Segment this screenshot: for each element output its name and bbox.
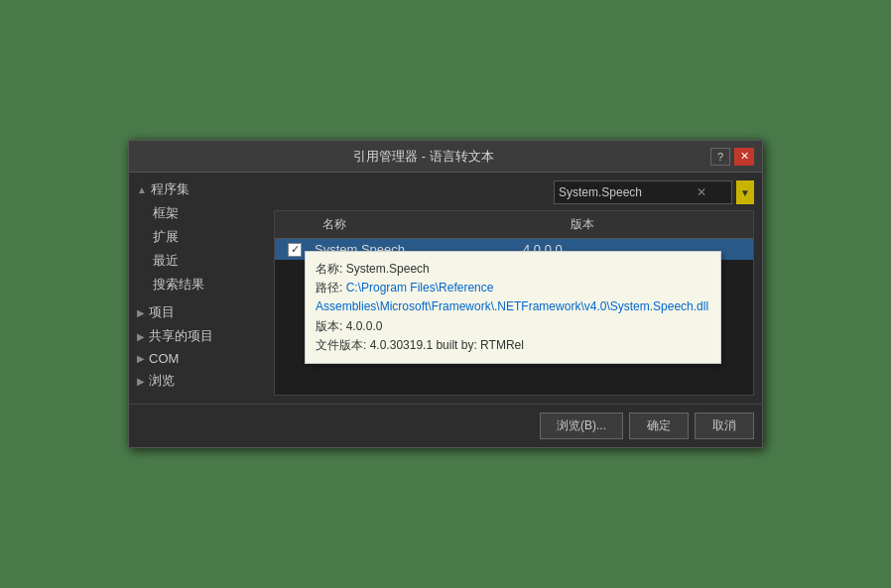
table-area: 名称 版本 ✓ System.Speech 4.0.0.0 名称: System… <box>274 210 754 396</box>
tooltip-version-line: 版本: 4.0.0.0 <box>316 317 710 336</box>
com-arrow: ▶ <box>137 353 145 364</box>
assemblies-group: ▲ 程序集 框架 扩展 最近 搜索结果 <box>137 180 266 295</box>
projects-header[interactable]: ▶ 项目 <box>137 303 266 321</box>
browse-arrow: ▶ <box>137 376 145 387</box>
tooltip-path-value: C:\Program Files\Reference Assemblies\Mi… <box>316 281 708 313</box>
sidebar-item-extension[interactable]: 扩展 <box>153 226 266 248</box>
search-dropdown-button[interactable]: ▼ <box>736 180 754 204</box>
com-header[interactable]: ▶ COM <box>137 351 266 366</box>
dialog-title: 引用管理器 - 语言转文本 <box>353 148 494 166</box>
tooltip-name-line: 名称: System.Speech <box>316 260 710 279</box>
search-bar: ✕ ▼ <box>274 180 754 204</box>
tooltip-file-version-value: 4.0.30319.1 built by: RTMRel <box>370 338 524 352</box>
close-button[interactable]: ✕ <box>734 148 754 166</box>
dialog-body: ▲ 程序集 框架 扩展 最近 搜索结果 <box>129 173 762 404</box>
tooltip-version-value: 4.0.0.0 <box>346 319 383 333</box>
assemblies-arrow: ▲ <box>137 184 147 195</box>
projects-group: ▶ 项目 <box>137 303 266 321</box>
sidebar-item-recent[interactable]: 最近 <box>153 250 266 272</box>
table-header-name: 名称 <box>315 214 563 235</box>
shared-header[interactable]: ▶ 共享的项目 <box>137 327 266 345</box>
assemblies-sub-items: 框架 扩展 最近 搜索结果 <box>137 202 266 295</box>
sidebar-item-search-results[interactable]: 搜索结果 <box>153 274 266 295</box>
tooltip-name-label: 名称: <box>316 262 342 276</box>
shared-arrow: ▶ <box>137 331 145 342</box>
dialog-footer: 浏览(B)... 确定 取消 <box>129 404 762 447</box>
title-bar-left: 引用管理器 - 语言转文本 <box>137 148 710 166</box>
search-clear-icon[interactable]: ✕ <box>694 185 709 199</box>
browse-sidebar-header[interactable]: ▶ 浏览 <box>137 372 266 390</box>
tooltip-file-version-line: 文件版本: 4.0.30319.1 built by: RTMRel <box>316 336 710 355</box>
title-bar-controls: ? ✕ <box>710 148 754 166</box>
browse-button[interactable]: 浏览(B)... <box>540 412 623 439</box>
main-content: ✕ ▼ 名称 版本 ✓ System.Speech 4.0.0.0 <box>274 180 754 396</box>
search-input[interactable] <box>555 185 694 199</box>
projects-arrow: ▶ <box>137 307 145 318</box>
browse-group: ▶ 浏览 <box>137 372 266 390</box>
help-button[interactable]: ? <box>710 148 730 166</box>
table-header: 名称 版本 <box>275 211 753 239</box>
com-group: ▶ COM <box>137 351 266 366</box>
sidebar-item-framework[interactable]: 框架 <box>153 202 266 224</box>
search-input-wrapper: ✕ <box>554 180 732 204</box>
tooltip-path-line: 路径: C:\Program Files\Reference Assemblie… <box>316 279 710 316</box>
assemblies-label: 程序集 <box>151 180 190 198</box>
table-header-check <box>275 214 315 235</box>
title-bar: 引用管理器 - 语言转文本 ? ✕ <box>129 141 762 173</box>
tooltip-path-label: 路径: <box>316 281 342 294</box>
reference-manager-dialog: 引用管理器 - 语言转文本 ? ✕ ▲ 程序集 框架 扩展 <box>128 140 763 448</box>
row-checkbox[interactable]: ✓ <box>288 243 302 257</box>
ok-button[interactable]: 确定 <box>629 412 689 439</box>
cancel-button[interactable]: 取消 <box>695 412 754 439</box>
sidebar: ▲ 程序集 框架 扩展 最近 搜索结果 <box>137 180 266 396</box>
tooltip-file-version-label: 文件版本: <box>316 338 366 352</box>
tooltip-version-label: 版本: <box>316 319 342 333</box>
table-header-version: 版本 <box>563 214 753 235</box>
tooltip-box: 名称: System.Speech 路径: C:\Program Files\R… <box>305 251 721 364</box>
assemblies-header[interactable]: ▲ 程序集 <box>137 180 266 198</box>
shared-group: ▶ 共享的项目 <box>137 327 266 345</box>
tooltip-name-value: System.Speech <box>346 262 430 276</box>
